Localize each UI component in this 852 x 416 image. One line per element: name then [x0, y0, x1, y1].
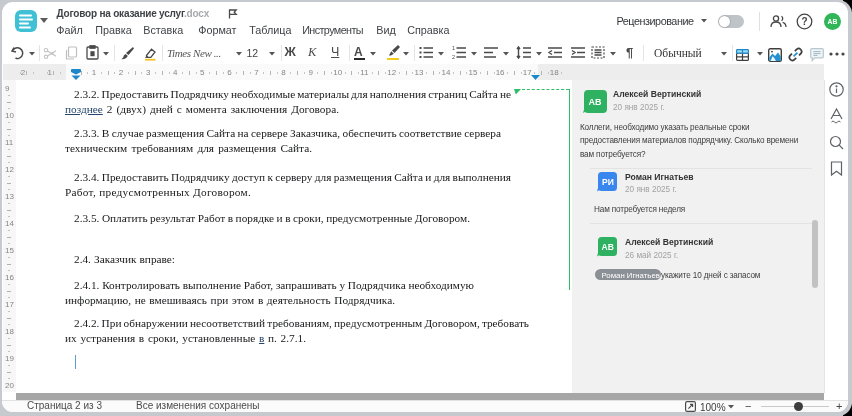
svg-text:1: 1 [452, 45, 455, 51]
svg-text:2: 2 [452, 54, 455, 60]
